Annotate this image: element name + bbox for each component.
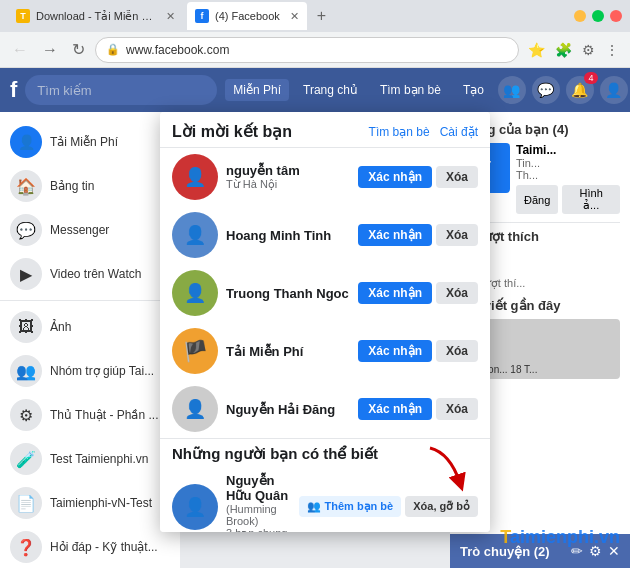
confirm-btn-3[interactable]: Xác nhận: [358, 282, 432, 304]
test-icon: 🧪: [10, 443, 42, 475]
maximize-button[interactable]: [592, 10, 604, 22]
nav-tim-ban-be[interactable]: Tìm bạn bè: [372, 79, 449, 101]
chat-bar-icons: ✏ ⚙ ✕: [571, 543, 620, 559]
forward-button[interactable]: →: [38, 39, 62, 61]
friend-info-5: Nguyễn Hải Đăng: [226, 402, 350, 417]
tab-close-facebook[interactable]: ✕: [290, 10, 299, 23]
browser-titlebar: T Download - Tải Miễn Phí VN - Pi... ✕ f…: [0, 0, 630, 32]
friends-icon-button[interactable]: 👥: [498, 76, 526, 104]
friend-actions-2: Xác nhận Xóa: [358, 224, 478, 246]
window-controls: [574, 10, 622, 22]
tab-favicon-download: T: [16, 9, 30, 23]
sidebar-hoi-dap-label: Hỏi đáp - Kỹ thuật...: [50, 540, 158, 554]
add-friend-label-1: Thêm bạn bè: [324, 500, 393, 513]
page-name: Taimi...: [516, 143, 620, 157]
extensions-icon[interactable]: 🧩: [552, 40, 575, 60]
tab-label-facebook: (4) Facebook: [215, 10, 280, 22]
browser-toolbar: ← → ↻ 🔒 www.facebook.com ⭐ 🧩 ⚙ ⋮: [0, 32, 630, 68]
sidebar-item-bang-tin[interactable]: 🏠 Bảng tin: [0, 164, 180, 208]
friend-avatar-5: 👤: [172, 386, 218, 432]
chat-edit-icon[interactable]: ✏: [571, 543, 583, 559]
sidebar-item-video[interactable]: ▶ Video trên Watch: [0, 252, 180, 296]
suggestions-section-title: Những người bạn có thể biết: [160, 438, 490, 467]
add-friend-btn-1[interactable]: 👥 Thêm bạn bè: [299, 496, 401, 517]
friend-name-4: Tải Miễn Phí: [226, 344, 350, 359]
search-input[interactable]: [25, 75, 217, 105]
messenger-icon: 💬: [10, 214, 42, 246]
page-post-btn[interactable]: Đăng: [516, 185, 558, 214]
sidebar-item-taimienphi-test[interactable]: 📄 Taimienphi-vN-Test: [0, 481, 180, 525]
friend-actions-4: Xác nhận Xóa: [358, 340, 478, 362]
notifications-icon-button[interactable]: 🔔 4: [566, 76, 594, 104]
find-friends-link[interactable]: Tìm bạn bè: [369, 125, 430, 139]
friend-name-2: Hoang Minh Tinh: [226, 228, 350, 243]
confirm-btn-2[interactable]: Xác nhận: [358, 224, 432, 246]
friend-avatar-4: 🏴: [172, 328, 218, 374]
sidebar-item-test[interactable]: 🧪 Test Taimienphi.vn: [0, 437, 180, 481]
profile-icon-button[interactable]: 👤: [600, 76, 628, 104]
nav-trang-chu[interactable]: Trang chủ: [295, 79, 366, 101]
tab-download[interactable]: T Download - Tải Miễn Phí VN - Pi... ✕: [8, 2, 183, 30]
back-button[interactable]: ←: [8, 39, 32, 61]
settings-link[interactable]: Cài đặt: [440, 125, 478, 139]
delete-btn-4[interactable]: Xóa: [436, 340, 478, 362]
sidebar-thu-thuat-label: Thủ Thuật - Phần ...: [50, 408, 158, 422]
close-button[interactable]: [610, 10, 622, 22]
friend-avatar-2: 👤: [172, 212, 218, 258]
sidebar-item-user[interactable]: 👤 Tải Miễn Phí: [0, 120, 180, 164]
sidebar-item-nhom-tro-giup[interactable]: 👥 Nhóm trợ giúp Tai...: [0, 349, 180, 393]
friend-request-2: 👤 Hoang Minh Tinh Xác nhận Xóa: [160, 206, 490, 264]
confirm-btn-5[interactable]: Xác nhận: [358, 398, 432, 420]
ignore-btn-1[interactable]: Xóa, gỡ bỏ: [405, 496, 478, 517]
tab-facebook[interactable]: f (4) Facebook ✕: [187, 2, 307, 30]
chat-settings-icon[interactable]: ⚙: [589, 543, 602, 559]
page-photo-btn[interactable]: Hình ả...: [562, 185, 620, 214]
delete-btn-3[interactable]: Xóa: [436, 282, 478, 304]
menu-icon[interactable]: ⋮: [602, 40, 622, 60]
page-actions: Đăng Hình ả...: [516, 185, 620, 214]
sidebar-nhom-label: Nhóm trợ giúp Tai...: [50, 364, 154, 378]
facebook-logo: f: [10, 72, 17, 108]
notifications-badge: 4: [584, 72, 598, 84]
facebook-header: f Miễn Phí Trang chủ Tìm bạn bè Tạo 👥 💬 …: [0, 68, 630, 112]
friend-info-1: nguyễn tâm Từ Hà Nội: [226, 163, 350, 191]
nhom-icon: 👥: [10, 355, 42, 387]
star-icon[interactable]: ⭐: [525, 40, 548, 60]
delete-btn-5[interactable]: Xóa: [436, 398, 478, 420]
friend-info-3: Truong Thanh Ngoc: [226, 286, 350, 301]
tab-close-download[interactable]: ✕: [166, 10, 175, 23]
refresh-button[interactable]: ↻: [68, 38, 89, 61]
suggestion-info-1: Nguyễn Hữu Quân (Humming Brook) 3 bạn ch…: [226, 473, 291, 532]
new-tab-button[interactable]: +: [311, 7, 332, 25]
delete-btn-2[interactable]: Xóa: [436, 224, 478, 246]
suggestion-sub-1: (Humming Brook): [226, 503, 291, 527]
sidebar-item-messenger[interactable]: 💬 Messenger: [0, 208, 180, 252]
chat-bar[interactable]: Trò chuyện (2) ✏ ⚙ ✕: [450, 534, 630, 568]
sidebar-video-label: Video trên Watch: [50, 267, 141, 281]
chat-close-icon[interactable]: ✕: [608, 543, 620, 559]
minimize-button[interactable]: [574, 10, 586, 22]
sidebar-user-name: Tải Miễn Phí: [50, 135, 118, 149]
friend-name-3: Truong Thanh Ngoc: [226, 286, 350, 301]
settings-icon[interactable]: ⚙: [579, 40, 598, 60]
friend-avatar-1: 👤: [172, 154, 218, 200]
suggestion-1: 👤 Nguyễn Hữu Quân (Humming Brook) 3 bạn …: [160, 467, 490, 532]
delete-btn-1[interactable]: Xóa: [436, 166, 478, 188]
friend-request-5: 👤 Nguyễn Hải Đăng Xác nhận Xóa: [160, 380, 490, 438]
friend-info-2: Hoang Minh Tinh: [226, 228, 350, 243]
friend-actions-1: Xác nhận Xóa: [358, 166, 478, 188]
messenger-icon-button[interactable]: 💬: [532, 76, 560, 104]
add-friend-icon-1: 👥: [307, 500, 321, 513]
taimienphi-test-icon: 📄: [10, 487, 42, 519]
user-avatar: 👤: [10, 126, 42, 158]
sidebar-item-thu-thuat[interactable]: ⚙ Thủ Thuật - Phần ...: [0, 393, 180, 437]
nav-mien-phi[interactable]: Miễn Phí: [225, 79, 289, 101]
address-bar[interactable]: 🔒 www.facebook.com: [95, 37, 519, 63]
anh-icon: 🖼: [10, 311, 42, 343]
sidebar-item-hoi-dap[interactable]: ❓ Hỏi đáp - Kỹ thuật...: [0, 525, 180, 568]
nav-tao[interactable]: Tạo: [455, 79, 492, 101]
confirm-btn-1[interactable]: Xác nhận: [358, 166, 432, 188]
ssl-lock-icon: 🔒: [106, 43, 120, 56]
sidebar-item-anh[interactable]: 🖼 Ảnh: [0, 305, 180, 349]
confirm-btn-4[interactable]: Xác nhận: [358, 340, 432, 362]
